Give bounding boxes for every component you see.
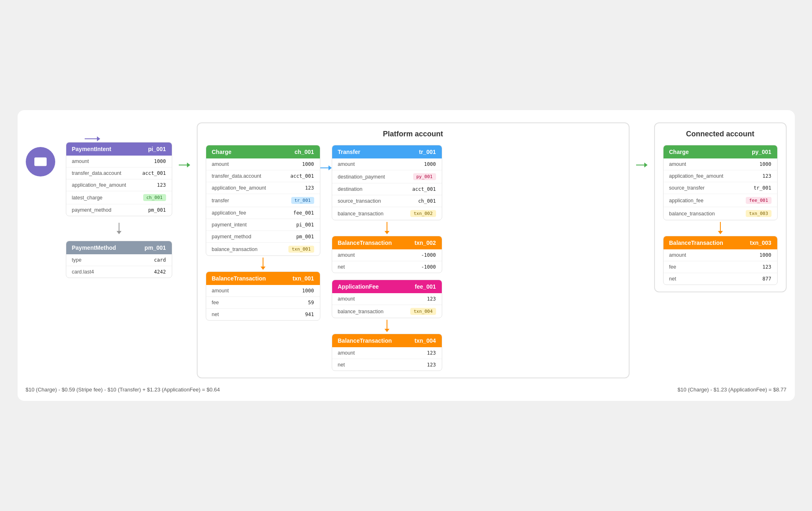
pi-row-latest-charge: latest_charge ch_001 <box>66 191 172 204</box>
credit-card-icon <box>33 154 48 169</box>
platform-inner: Charge ch_001 amount1000 transfer_data.a… <box>206 145 621 371</box>
pi-to-pm-arrow <box>66 223 172 234</box>
btxn004-name: BalanceTransaction <box>338 337 392 344</box>
pi-row-amount: amount 1000 <box>66 156 172 167</box>
transfer-header: Transfer tr_001 <box>332 145 442 158</box>
transfer-column: Transfer tr_001 amount1000 destination_p… <box>332 145 442 371</box>
btxn004-header: BalanceTransaction txn_004 <box>332 334 442 347</box>
transfer-to-btxn002-arrow <box>385 220 389 236</box>
svg-rect-2 <box>36 163 38 164</box>
btxn003-name: BalanceTransaction <box>669 240 723 246</box>
card-icon <box>26 147 55 176</box>
appfee-to-btxn004-arrow <box>385 318 389 334</box>
charge-column: Charge ch_001 amount1000 transfer_data.a… <box>206 145 320 321</box>
connected-charge-card: Charge py_001 amount1000 application_fee… <box>663 145 778 220</box>
payment-method-id: pm_001 <box>144 244 166 251</box>
transfer-card: Transfer tr_001 amount1000 destination_p… <box>332 145 442 220</box>
footer-platform-text: $10 (Charge) - $0.59 (Stripe fee) - $10 … <box>26 387 220 393</box>
charge-name: Charge <box>212 149 232 155</box>
btxn001-header: BalanceTransaction txn_001 <box>206 272 320 285</box>
footer-connected-text: $10 (Charge) - $1.23 (ApplicationFee) = … <box>677 387 786 393</box>
pm-row-last4: card.last4 4242 <box>66 266 172 278</box>
app-fee-name: ApplicationFee <box>338 283 379 290</box>
btxn001-name: BalanceTransaction <box>212 275 266 282</box>
balance-txn-003-card: BalanceTransaction txn_003 amount1000 fe… <box>663 236 778 285</box>
app-fee-id: fee_001 <box>415 283 436 290</box>
transfer-name: Transfer <box>338 149 360 155</box>
payment-intent-name: PaymentIntent <box>72 146 111 152</box>
charge-id: ch_001 <box>295 149 314 155</box>
pi-row-app-fee: application_fee_amount 123 <box>66 179 172 191</box>
transfer-id: tr_001 <box>419 149 436 155</box>
btxn002-id: txn_002 <box>414 240 436 246</box>
pi-row-transfer-account: transfer_data.account acct_001 <box>66 167 172 179</box>
btxn004-id: txn_004 <box>414 337 436 344</box>
btxn003-id: txn_003 <box>750 240 771 246</box>
payment-intent-id: pi_001 <box>148 146 166 152</box>
application-fee-card: ApplicationFee fee_001 amount123 balance… <box>332 280 442 318</box>
main-container: PaymentIntent pi_001 amount 1000 transfe… <box>18 110 795 401</box>
btxn003-header: BalanceTransaction txn_003 <box>664 236 777 249</box>
connected-charge-name: Charge <box>669 149 689 155</box>
balance-txn-002-card: BalanceTransaction txn_002 amount-1000 n… <box>332 236 442 273</box>
payment-intent-card: PaymentIntent pi_001 amount 1000 transfe… <box>66 142 172 216</box>
connected-title: Connected account <box>663 130 778 138</box>
connected-charge-id: py_001 <box>752 149 771 155</box>
pm-row-type: type card <box>66 254 172 266</box>
connected-inner: Charge py_001 amount1000 application_fee… <box>663 145 778 285</box>
platform-title: Platform account <box>206 130 621 138</box>
charge-to-btxn-arrow <box>261 256 265 271</box>
payment-method-card: PaymentMethod pm_001 type card card.last… <box>66 241 172 278</box>
charge-card: Charge ch_001 amount1000 transfer_data.a… <box>206 145 320 256</box>
btxn002-header: BalanceTransaction txn_002 <box>332 236 442 249</box>
btxn001-id: txn_001 <box>292 275 314 282</box>
charge-header: Charge ch_001 <box>206 145 320 158</box>
pi-pm-column: PaymentIntent pi_001 amount 1000 transfe… <box>66 142 172 278</box>
pi-row-payment-method: payment_method pm_001 <box>66 204 172 216</box>
app-fee-header: ApplicationFee fee_001 <box>332 280 442 293</box>
balance-txn-001-card: BalanceTransaction txn_001 amount1000 fe… <box>206 271 320 321</box>
charge-to-transfer-arrow <box>320 165 332 170</box>
pi-to-charge-arrow <box>179 163 190 167</box>
payment-intent-header: PaymentIntent pi_001 <box>66 142 172 156</box>
card-icon-section <box>26 147 55 176</box>
connected-charge-header: Charge py_001 <box>664 145 777 158</box>
svg-rect-0 <box>34 158 47 166</box>
connected-account-section: Connected account Charge py_001 amount10… <box>654 122 787 292</box>
payment-method-name: PaymentMethod <box>72 244 116 251</box>
platform-account-section: Platform account Charge ch_001 amount100… <box>197 122 630 378</box>
connected-charge-to-btxn003-arrow <box>718 220 723 236</box>
btxn002-name: BalanceTransaction <box>338 240 392 246</box>
transfer-to-connected-arrow <box>636 163 648 167</box>
balance-txn-004-card: BalanceTransaction txn_004 amount123 net… <box>332 334 442 371</box>
payment-method-header: PaymentMethod pm_001 <box>66 241 172 254</box>
footer: $10 (Charge) - $0.59 (Stripe fee) - $10 … <box>26 387 787 393</box>
